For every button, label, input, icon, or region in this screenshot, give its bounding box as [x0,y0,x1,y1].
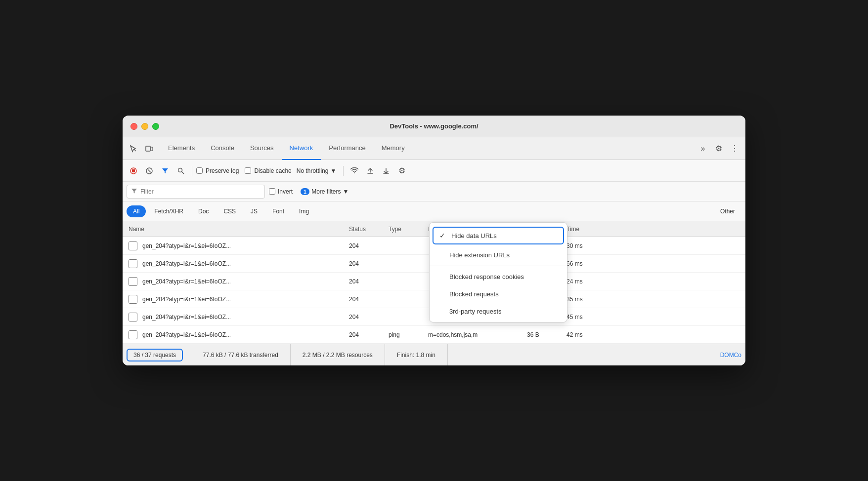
row-status-1: 204 [345,260,385,267]
devtools-body: Elements Console Sources Network Perform… [123,137,745,365]
column-type: Type [385,226,424,233]
tab-right-controls: » ⚙ ⋮ [696,142,741,156]
row-time-4: 45 ms [563,314,602,321]
throttle-select[interactable]: No throttling ▼ [294,165,340,176]
type-other-button[interactable]: Other [714,205,741,217]
filter-input[interactable] [140,188,239,195]
row-status-2: 204 [345,278,385,285]
row-checkbox-4[interactable] [129,313,137,321]
row-checkbox-2[interactable] [129,277,137,286]
row-size-5: 36 B [523,331,563,338]
row-checkbox-5[interactable] [129,330,137,339]
tab-sources[interactable]: Sources [242,137,282,160]
row-checkbox-3[interactable] [129,295,137,304]
svg-point-7 [178,168,182,172]
preserve-log-checkbox[interactable] [196,167,203,174]
type-js-button[interactable]: JS [244,205,264,217]
type-css-button[interactable]: CSS [217,205,242,217]
row-status-0: 204 [345,242,385,249]
type-filter-container: All Fetch/XHR Doc CSS JS Font Img Other … [123,201,745,221]
tab-memory[interactable]: Memory [374,137,413,160]
svg-rect-2 [151,147,153,151]
preserve-log-label[interactable]: Preserve log [196,167,239,174]
type-fetchxhr-button[interactable]: Fetch/XHR [148,205,190,217]
more-options-icon[interactable]: ⋮ [728,142,741,156]
download-icon[interactable] [379,164,393,178]
status-bar: 36 / 37 requests 77.6 kB / 77.6 kB trans… [123,344,745,365]
row-name-1: gen_204?atyp=i&r=1&ei=6IoOZ... [142,260,339,267]
close-button[interactable] [130,123,137,130]
upload-icon[interactable] [363,164,377,178]
row-name-3: gen_204?atyp=i&r=1&ei=6IoOZ... [142,296,339,303]
column-status: Status [345,226,385,233]
column-name: Name [123,226,345,233]
type-all-button[interactable]: All [127,205,146,217]
network-settings-icon[interactable]: ⚙ [395,164,409,178]
table-row[interactable]: gen_204?atyp=i&r=1&ei=6IoOZ... 204 ping … [123,326,745,344]
row-checkbox-1[interactable] [129,259,137,268]
cursor-icon[interactable] [127,142,140,156]
tab-items: Elements Console Sources Network Perform… [160,137,696,160]
dropdown-divider-1 [430,266,567,266]
disable-cache-checkbox[interactable] [245,167,251,174]
type-filter-bar: All Fetch/XHR Doc CSS JS Font Img Other [123,201,745,221]
disable-cache-label[interactable]: Disable cache [245,167,291,174]
svg-line-8 [182,171,184,174]
row-time-5: 42 ms [563,331,602,338]
tab-console[interactable]: Console [203,137,242,160]
dropdown-item-hide-data-urls[interactable]: ✓ Hide data URLs [433,227,564,244]
row-time-0: 30 ms [563,242,602,249]
dropdown-item-hide-extension-urls[interactable]: Hide extension URLs [430,246,567,264]
row-checkbox-0[interactable] [129,241,137,250]
minimize-button[interactable] [141,123,148,130]
more-filters-badge: 1 [301,188,309,195]
svg-rect-4 [132,169,135,172]
row-name-0: gen_204?atyp=i&r=1&ei=6IoOZ... [142,242,339,249]
tab-network[interactable]: Network [282,137,321,160]
row-initiator-5: m=cdos,hsm,jsa,m [424,331,523,338]
invert-label[interactable]: Invert [269,188,293,195]
svg-rect-1 [146,146,150,151]
status-transferred: 77.6 kB / 77.6 kB transferred [191,344,291,365]
dropdown-item-blocked-requests[interactable]: Blocked requests [430,285,567,303]
dropdown-item-3rd-party-requests[interactable]: 3rd-party requests [430,303,567,320]
row-type-5: ping [385,331,424,338]
tab-performance[interactable]: Performance [321,137,373,160]
invert-checkbox[interactable] [269,188,275,195]
status-requests: 36 / 37 requests [127,349,183,361]
row-time-2: 24 ms [563,278,602,285]
row-time-1: 66 ms [563,260,602,267]
status-domco: DOMCo [720,352,741,359]
filter-input-wrap [127,185,265,199]
device-toolbar-icon[interactable] [142,142,156,156]
type-font-button[interactable]: Font [266,205,291,217]
dropdown-item-blocked-response-cookies[interactable]: Blocked response cookies [430,268,567,285]
network-toolbar: Preserve log Disable cache No throttling… [123,160,745,182]
tab-elements[interactable]: Elements [160,137,203,160]
status-finish: Finish: 1.8 min [385,344,448,365]
tab-icons [127,142,156,156]
traffic-lights [130,123,159,130]
more-filters-button[interactable]: 1 More filters ▼ [297,186,352,197]
search-button[interactable] [174,164,188,178]
separator-2 [343,166,344,176]
row-status-4: 204 [345,314,385,321]
settings-icon[interactable]: ⚙ [712,142,726,156]
devtools-window: DevTools - www.google.com/ [123,116,745,365]
row-name-2: gen_204?atyp=i&r=1&ei=6IoOZ... [142,278,339,285]
type-img-button[interactable]: Img [293,205,315,217]
maximize-button[interactable] [152,123,159,130]
status-resources: 2.2 MB / 2.2 MB resources [291,344,385,365]
clear-button[interactable] [142,164,156,178]
stop-recording-button[interactable] [127,164,140,178]
wifi-icon[interactable] [347,164,361,178]
more-filters-dropdown: ✓ Hide data URLs Hide extension URLs Blo… [429,222,567,322]
row-status-3: 204 [345,296,385,303]
separator-1 [192,166,192,176]
filter-button[interactable] [158,164,172,178]
filter-funnel-icon [131,188,137,195]
more-tabs-button[interactable]: » [696,142,710,156]
tab-bar: Elements Console Sources Network Perform… [123,137,745,160]
type-doc-button[interactable]: Doc [192,205,215,217]
svg-line-0 [134,149,136,151]
